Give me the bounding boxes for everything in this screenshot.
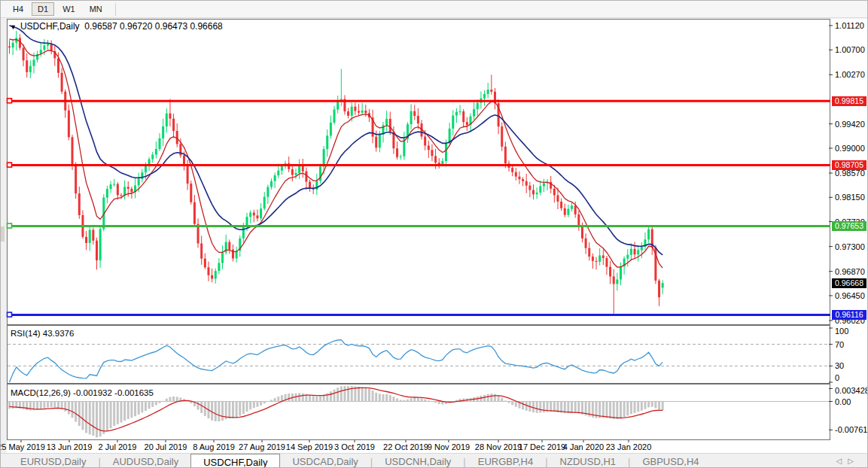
chart-tab-usdcad[interactable]: USDCAD,Daily: [280, 454, 370, 468]
price-tick-label: 0.98150: [835, 193, 865, 202]
rsi-axis-label: 100: [835, 327, 848, 336]
timeframe-button-d1[interactable]: D1: [32, 2, 54, 16]
date-label: 13 Jun 2019: [47, 442, 93, 451]
date-label: 4 Jan 2020: [563, 442, 604, 451]
timeframe-button-h4[interactable]: H4: [7, 2, 29, 16]
chart-tab-bar: EURUSD,Daily|AUDUSD,DailyUSDCHF,DailyUSD…: [1, 453, 868, 468]
price-badge: 0.99815: [832, 96, 866, 106]
line-handle: [8, 223, 12, 228]
terminal-window: H4D1W1MN ▼USDCHF,Daily 0.96587 0.96720 0…: [0, 0, 868, 468]
rsi-axis-label: 70: [835, 340, 844, 349]
date-label: 25 May 2019: [0, 442, 45, 451]
chart-tab-usdchf[interactable]: USDCHF,Daily: [190, 454, 280, 468]
chart-tab-nzdusd[interactable]: NZDUSD,H1: [548, 454, 628, 468]
line-handle: [8, 312, 12, 317]
price-tick-label: 0.97300: [835, 242, 865, 251]
date-label: 20 Jul 2019: [145, 442, 187, 451]
date-label: 8 Aug 2019: [193, 442, 235, 451]
date-label: 28 Nov 2019: [475, 442, 522, 451]
rsi-axis-label: 0: [835, 373, 839, 382]
rsi-axis-label: 30: [835, 361, 844, 370]
line-handle: [8, 163, 12, 167]
chart-tab-eurusd[interactable]: EURUSD,Daily: [8, 454, 98, 468]
chart-tab-eurgbp[interactable]: EURGBP,H4: [466, 454, 545, 468]
timeframe-button-w1[interactable]: W1: [56, 2, 81, 16]
price-badge: 0.97653: [832, 221, 866, 231]
price-tick-label: 1.00700: [835, 45, 865, 54]
price-tick-label: 0.96450: [835, 291, 865, 300]
date-label: 14 Sep 2019: [286, 442, 333, 451]
tab-scroll-arrows: ◁▷: [836, 457, 860, 465]
symbol-dropdown-icon[interactable]: ▼: [10, 23, 17, 31]
timeframe-toolbar: H4D1W1MN: [1, 1, 868, 18]
rsi-label: RSI(14) 43.9376: [11, 329, 74, 338]
price-badge: 0.98705: [832, 160, 866, 170]
tab-scroll-right-icon[interactable]: ▷: [848, 457, 860, 465]
chart-tab-usdcnh[interactable]: USDCNH,Daily: [373, 454, 463, 468]
macd-axis-label: 0.00: [835, 397, 851, 406]
date-label: 27 Aug 2019: [239, 442, 285, 451]
date-label: 9 Nov 2019: [428, 442, 470, 451]
line-handle: [8, 99, 12, 103]
macd-axis-label: -0.007615: [835, 425, 868, 434]
chart-tab-audusd[interactable]: AUDUSD,Daily: [101, 454, 190, 468]
price-tick-label: 0.96870: [835, 267, 865, 276]
date-label: 2 Jul 2019: [99, 442, 137, 451]
date-label: 23 Jan 2020: [606, 442, 652, 451]
price-tick-label: 0.99420: [835, 120, 865, 129]
price-badge: 0.96116: [832, 310, 866, 320]
date-label: 3 Oct 2019: [334, 442, 375, 451]
macd-label: MACD(12,26,9) -0.001932 -0.001635: [11, 388, 154, 397]
chart-ohlc-values: 0.96587 0.96720 0.96473 0.96668: [84, 21, 223, 32]
chart-title: ▼USDCHF,Daily 0.96587 0.96720 0.96473 0.…: [10, 21, 223, 32]
window-splitter-handle[interactable]: [1, 226, 5, 242]
chart-symbol-label: USDCHF,Daily: [20, 21, 80, 32]
date-label: 22 Oct 2019: [383, 442, 428, 451]
chart-canvas[interactable]: [1, 1, 868, 468]
toolbar-separator: [115, 3, 116, 16]
macd-axis-label: 0.003428: [835, 386, 868, 395]
tab-scroll-left-icon[interactable]: ◁: [836, 457, 848, 465]
price-tick-label: 1.00270: [835, 70, 865, 79]
price-tick-label: 1.01120: [835, 21, 864, 30]
chart-tab-gbpusd[interactable]: GBPUSD,H4: [630, 454, 711, 468]
price-tick-label: 0.99000: [835, 144, 865, 153]
price-badge: 0.96668: [832, 278, 866, 288]
timeframe-button-mn[interactable]: MN: [84, 2, 108, 16]
date-label: 17 Dec 2019: [519, 442, 565, 451]
